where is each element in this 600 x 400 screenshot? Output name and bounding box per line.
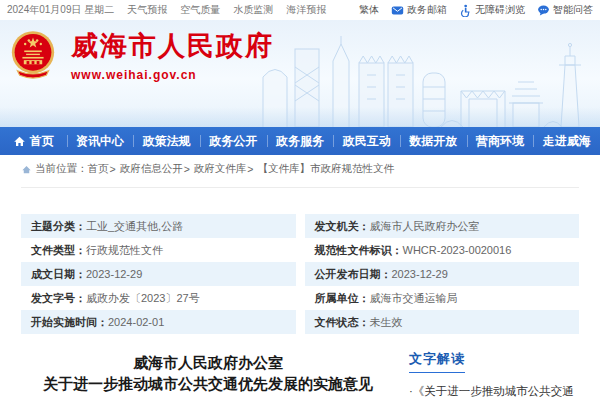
info-cell-normative-id: 规范性文件标识：WHCR-2023-0020016 (305, 238, 580, 262)
site-title: 威海市人民政府 (71, 31, 274, 61)
nav-item-news-center[interactable]: 资讯中心 (67, 127, 134, 155)
nav-item-open-data[interactable]: 数据开放 (400, 127, 467, 155)
info-value: 工业_交通其他,公路 (86, 220, 183, 232)
breadcrumb-home-icon (21, 164, 32, 175)
info-value: 行政规范性文件 (86, 244, 163, 256)
home-icon (13, 135, 26, 148)
info-value: WHCR-2023-0020016 (403, 244, 512, 256)
main-content: 主题分类：工业_交通其他,公路 发文机关：威海市人民政府办公室 文件类型：行政规… (0, 214, 600, 400)
info-label: 发文机关： (315, 220, 370, 232)
breadcrumb-link-document-library[interactable]: 政府文件库 (194, 162, 247, 176)
nav-label: 营商环境 (476, 133, 524, 150)
table-row: 发文字号：威政办发〔2023〕27号 所属单位：威海市交通运输局 (21, 286, 579, 310)
nav-label: 资讯中心 (76, 133, 124, 150)
ocean-forecast-link[interactable]: 海洋预报 (286, 3, 326, 17)
info-cell-topic-category: 主题分类：工业_交通其他,公路 (21, 214, 296, 238)
nav-item-business-env[interactable]: 营商环境 (467, 127, 534, 155)
info-value: 威海市交通运输局 (370, 292, 458, 304)
info-cell-document-number: 发文字号：威政办发〔2023〕27号 (21, 286, 296, 310)
site-url: www.weihai.gov.cn (71, 68, 274, 82)
gov-mail-link[interactable]: 政务邮箱 (391, 3, 447, 17)
info-cell-written-date: 成文日期：2023-12-29 (21, 262, 296, 286)
smart-qa-link[interactable]: 智能问答 (537, 3, 593, 17)
accessibility-link[interactable]: 无障碍浏览 (459, 3, 525, 17)
info-label: 规范性文件标识： (315, 244, 403, 256)
info-value: 威海市人民政府办公室 (370, 220, 480, 232)
document-info-table: 主题分类：工业_交通其他,公路 发文机关：威海市人民政府办公室 文件类型：行政规… (21, 214, 579, 334)
info-value: 2023-12-29 (86, 268, 142, 280)
info-value: 威政办发〔2023〕27号 (86, 292, 200, 304)
mail-icon (391, 4, 404, 17)
nav-item-interaction[interactable]: 政民互动 (333, 127, 400, 155)
info-cell-issuing-agency: 发文机关：威海市人民政府办公室 (305, 214, 580, 238)
breadcrumb-separator: > (110, 163, 116, 175)
nav-label: 政务公开 (209, 133, 257, 150)
traditional-chinese-link[interactable]: 繁体 (359, 3, 379, 17)
nav-label: 数据开放 (409, 133, 457, 150)
chat-icon (537, 4, 550, 17)
accessibility-label: 无障碍浏览 (475, 3, 525, 17)
nav-label: 走进威海 (543, 133, 591, 150)
info-cell-affiliated-unit: 所属单位：威海市交通运输局 (305, 286, 580, 310)
nav-item-policies[interactable]: 政策法规 (133, 127, 200, 155)
document-title-line2: 关于进一步推动城市公共交通优先发展的实施意见 (21, 373, 395, 394)
sidebar-item-label: 《关于进一步推动城市公共交通优先发展的实施意见》政策解读 (413, 385, 578, 400)
info-cell-effective-date: 开始实施时间：2024-02-01 (21, 310, 296, 334)
site-banner: 威海市人民政府 www.weihai.gov.cn (0, 20, 600, 127)
document-title: 威海市人民政府办公室 关于进一步推动城市公共交通优先发展的实施意见 (21, 349, 395, 400)
nav-item-home[interactable]: 首页 (0, 127, 67, 155)
site-brand[interactable]: 威海市人民政府 www.weihai.gov.cn (10, 30, 274, 82)
sidebar-link-policy-interpretation[interactable]: ·《关于进一步推动城市公共交通优先发展的实施意见》政策解读 (409, 382, 581, 400)
info-label: 开始实施时间： (31, 316, 108, 328)
nav-label: 政策法规 (143, 133, 191, 150)
info-label: 公开发布日期： (315, 268, 392, 280)
table-row: 主题分类：工业_交通其他,公路 发文机关：威海市人民政府办公室 (21, 214, 579, 238)
weather-forecast-link[interactable]: 天气预报 (127, 3, 167, 17)
nav-item-gov-disclosure[interactable]: 政务公开 (200, 127, 267, 155)
table-row: 开始实施时间：2024-02-01 文件状态：未生效 (21, 310, 579, 334)
smart-qa-label: 智能问答 (553, 3, 593, 17)
breadcrumb-link-home[interactable]: 首页 (88, 162, 109, 176)
info-label: 发文字号： (31, 292, 86, 304)
sidebar-title-text-interpretation[interactable]: 文字解读 (409, 350, 465, 373)
interpretation-sidebar: 文字解读 ·《关于进一步推动城市公共交通优先发展的实施意见》政策解读 (395, 349, 579, 400)
document-title-line1: 威海市人民政府办公室 (21, 352, 395, 373)
nav-item-about-weihai[interactable]: 走进威海 (533, 127, 600, 155)
nav-label: 政务服务 (276, 133, 324, 150)
gov-mail-label: 政务邮箱 (407, 3, 447, 17)
info-value: 未生效 (370, 316, 403, 328)
breadcrumb-separator: > (247, 163, 253, 175)
info-label: 主题分类： (31, 220, 86, 232)
info-label: 所属单位： (315, 292, 370, 304)
breadcrumb-link-info-disclosure[interactable]: 政府信息公开 (120, 162, 183, 176)
accessibility-icon (459, 4, 472, 17)
nav-label: 政民互动 (343, 133, 391, 150)
info-cell-document-type: 文件类型：行政规范性文件 (21, 238, 296, 262)
breadcrumb-link-normative-documents[interactable]: 【文件库】市政府规范性文件 (257, 162, 394, 176)
info-label: 成文日期： (31, 268, 86, 280)
breadcrumb-prefix: 当前位置： (35, 162, 88, 176)
city-skyline-illustration (255, 35, 600, 127)
water-quality-link[interactable]: 水质监测 (233, 3, 273, 17)
top-utility-bar: 2024年01月09日 星期二 天气预报 空气质量 水质监测 海洋预报 繁体 政… (0, 0, 600, 20)
main-navigation: 首页 资讯中心 政策法规 政务公开 政务服务 政民互动 数据开放 营商环境 走进… (0, 127, 600, 155)
info-value: 2024-02-01 (108, 316, 164, 328)
info-cell-document-status: 文件状态：未生效 (305, 310, 580, 334)
breadcrumb-separator: > (184, 163, 190, 175)
nav-item-gov-services[interactable]: 政务服务 (267, 127, 334, 155)
current-date: 2024年01月09日 星期二 (7, 3, 114, 17)
info-value: 2023-12-29 (392, 268, 448, 280)
table-row: 成文日期：2023-12-29 公开发布日期：2023-12-29 (21, 262, 579, 286)
info-label: 文件类型： (31, 244, 86, 256)
air-quality-link[interactable]: 空气质量 (180, 3, 220, 17)
info-label: 文件状态： (315, 316, 370, 328)
national-emblem (10, 30, 56, 82)
info-cell-publish-date: 公开发布日期：2023-12-29 (305, 262, 580, 286)
nav-label: 首页 (30, 133, 54, 150)
table-row: 文件类型：行政规范性文件 规范性文件标识：WHCR-2023-0020016 (21, 238, 579, 262)
breadcrumb: 当前位置： 首页 > 政府信息公开 > 政府文件库 > 【文件库】市政府规范性文… (21, 155, 579, 188)
